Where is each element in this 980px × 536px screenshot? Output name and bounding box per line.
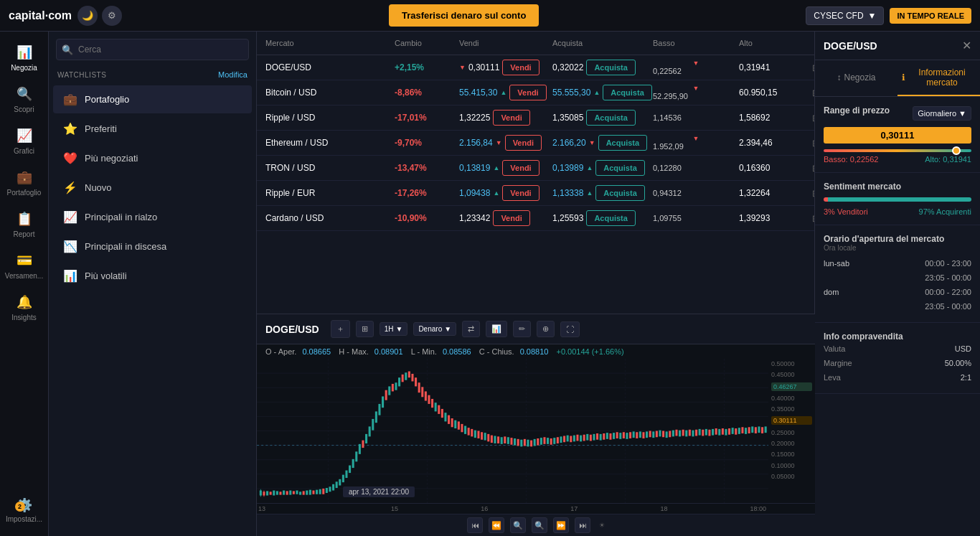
- sidebar-item-negozia[interactable]: 📊 Negozia: [0, 37, 48, 79]
- pricetype-select[interactable]: Denaro ▼: [413, 322, 456, 336]
- svg-rect-151: [702, 430, 704, 436]
- tab-info-mercato[interactable]: ℹ Informazioni mercato: [897, 60, 980, 96]
- ohlc-high-label: H - Max.: [339, 347, 369, 356]
- wl-item-principali-rialzo[interactable]: 📈 Principali in rialzo: [53, 203, 252, 231]
- negozia-icon: 📊: [17, 44, 32, 60]
- main-content: 📊 Negozia 🔍 Scopri 📈 Grafici 💼 Portafogl…: [0, 32, 980, 536]
- chart-canvas[interactable]: apr 13, 2021 22:00: [257, 359, 768, 503]
- sidebar-item-portafoglio[interactable]: 💼 Portafoglio: [0, 162, 48, 204]
- sell-button-eth[interactable]: Vendi: [505, 135, 542, 151]
- svg-rect-88: [494, 436, 496, 443]
- svg-rect-81: [471, 429, 473, 436]
- sell-button-ada[interactable]: Vendi: [493, 210, 529, 226]
- chart-add-btn[interactable]: ＋: [331, 320, 350, 338]
- sell-button-btc[interactable]: Vendi: [509, 85, 546, 100]
- chart-nav-zoom-in[interactable]: 🔍: [532, 517, 547, 533]
- rp-close-button[interactable]: ✕: [962, 39, 971, 52]
- svg-rect-111: [570, 436, 572, 442]
- svg-rect-26: [289, 491, 291, 495]
- wl-item-piu-volatili[interactable]: 📊 Più volatili: [53, 262, 252, 290]
- sell-button-xrp[interactable]: Vendi: [493, 110, 529, 126]
- buy-button-xrpeur[interactable]: Acquista: [595, 185, 644, 201]
- wl-item-portafoglio[interactable]: 💼 Portafoglio: [53, 85, 252, 113]
- svg-rect-32: [309, 490, 311, 495]
- buy-button-xrp[interactable]: Acquista: [586, 110, 635, 126]
- svg-rect-169: [761, 427, 763, 433]
- y-label-6: 0.20000: [771, 440, 812, 447]
- chart-type-btn[interactable]: 📊: [486, 321, 507, 337]
- chart-indicators-btn[interactable]: ⊕: [537, 321, 555, 337]
- moon-icon-btn[interactable]: 🌙: [77, 6, 98, 26]
- sidebar-item-scopri[interactable]: 🔍 Scopri: [0, 79, 48, 121]
- sidebar-item-impostazioni[interactable]: ⚙️ 2 Impostazi...: [0, 490, 48, 530]
- buy-button-doge[interactable]: Acquista: [586, 60, 635, 75]
- chart-draw-btn[interactable]: ✏: [513, 321, 531, 337]
- ohlc-low-label: L - Min.: [411, 347, 437, 356]
- sidebar-item-report[interactable]: 📋 Report: [0, 204, 48, 245]
- y-label-7: 0.15000: [771, 451, 812, 458]
- modify-button[interactable]: Modifica: [218, 70, 248, 79]
- wl-item-principali-discesa[interactable]: 📉 Principali in discesa: [53, 232, 252, 260]
- range-dropdown[interactable]: Giornaliero ▼: [913, 106, 971, 121]
- chart-fullscreen-btn[interactable]: ⛶: [560, 321, 580, 337]
- rp-tabs: ↕ Negozia ℹ Informazioni mercato: [815, 60, 980, 97]
- svg-rect-155: [715, 428, 717, 435]
- chart-screenshot-btn[interactable]: ⊞: [356, 321, 374, 337]
- svg-rect-27: [293, 491, 295, 494]
- svg-rect-114: [580, 436, 582, 442]
- buy-button-eth[interactable]: Acquista: [598, 135, 647, 151]
- chart-nav-first[interactable]: ⏮: [467, 517, 483, 533]
- svg-rect-68: [428, 395, 430, 404]
- tab-negozia-label: Negozia: [844, 72, 875, 83]
- svg-rect-149: [695, 430, 697, 436]
- svg-rect-108: [560, 436, 562, 443]
- chart-nav-zoom-out[interactable]: 🔍: [510, 517, 526, 533]
- svg-rect-83: [477, 431, 479, 438]
- svg-rect-109: [563, 436, 565, 442]
- svg-rect-136: [652, 431, 654, 438]
- chart-nav-next[interactable]: ⏩: [553, 517, 569, 533]
- svg-rect-80: [468, 428, 470, 435]
- row-buy-price-eth: 2.166,20: [552, 138, 586, 148]
- row-low-trx: 0,12280: [653, 164, 739, 172]
- sidebar-item-insights[interactable]: 🔔 Insights: [0, 287, 48, 329]
- wl-volatili-icon: 📊: [63, 269, 77, 283]
- rp-header: DOGE/USD ✕: [815, 32, 980, 60]
- sidebar-item-versamento[interactable]: 💳 Versamen...: [0, 245, 48, 287]
- search-input[interactable]: [56, 39, 249, 60]
- buy-button-ada[interactable]: Acquista: [586, 210, 635, 226]
- chart-body[interactable]: 0.50000 0.45000 0.46267 0.40000 0.35000 …: [257, 359, 815, 503]
- cysec-dropdown[interactable]: CYSEC CFD ▼: [806, 6, 884, 25]
- buy-button-btc[interactable]: Acquista: [603, 85, 651, 100]
- svg-rect-112: [573, 436, 575, 442]
- svg-rect-19: [266, 491, 268, 495]
- sell-button-xrpeur[interactable]: Vendi: [502, 185, 539, 201]
- y-axis: 0.50000 0.45000 0.46267 0.40000 0.35000 …: [768, 359, 815, 481]
- wl-item-piu-negoziati[interactable]: ❤️ Più negoziati: [53, 144, 252, 172]
- svg-rect-152: [705, 429, 707, 436]
- sidebar-item-grafici[interactable]: 📈 Grafici: [0, 121, 48, 162]
- settings-icon-btn[interactable]: ⚙: [102, 6, 122, 26]
- chart-nav-prev[interactable]: ⏪: [489, 517, 504, 533]
- wl-item-nuovo[interactable]: ⚡ Nuovo: [53, 174, 252, 202]
- topbar: capital·com 🌙 ⚙ Trasferisci denaro sul c…: [0, 0, 980, 32]
- sell-button-trx[interactable]: Vendi: [502, 160, 539, 176]
- left-sidebar: 📊 Negozia 🔍 Scopri 📈 Grafici 💼 Portafogl…: [0, 32, 49, 536]
- transfer-button[interactable]: Trasferisci denaro sul conto: [389, 4, 539, 27]
- wl-piu-negoziati-label: Più negoziati: [85, 153, 138, 164]
- row-sell-price-eth: 2.156,84: [459, 138, 493, 148]
- buy-button-trx[interactable]: Acquista: [595, 160, 644, 176]
- chart-nav-last[interactable]: ⏭: [575, 517, 590, 533]
- svg-rect-116: [586, 434, 588, 441]
- sell-button-doge[interactable]: Vendi: [502, 60, 539, 75]
- chart-compare-btn[interactable]: ⇄: [462, 321, 480, 337]
- svg-rect-105: [550, 438, 552, 445]
- low-value-eth: 1.952,09: [653, 142, 739, 151]
- table-row: Bitcoin / USD -8,86% 55.415,30 ▲ Vendi 5…: [257, 80, 814, 105]
- buy-pct-label: 97% Acquirenti: [919, 207, 971, 216]
- tab-negozia[interactable]: ↕ Negozia: [815, 60, 897, 96]
- timeframe-select[interactable]: 1H ▼: [380, 322, 408, 336]
- row-name-ada: Cardano / USD: [265, 213, 395, 223]
- svg-rect-165: [748, 427, 750, 433]
- wl-item-preferiti[interactable]: ⭐ Preferiti: [53, 115, 252, 143]
